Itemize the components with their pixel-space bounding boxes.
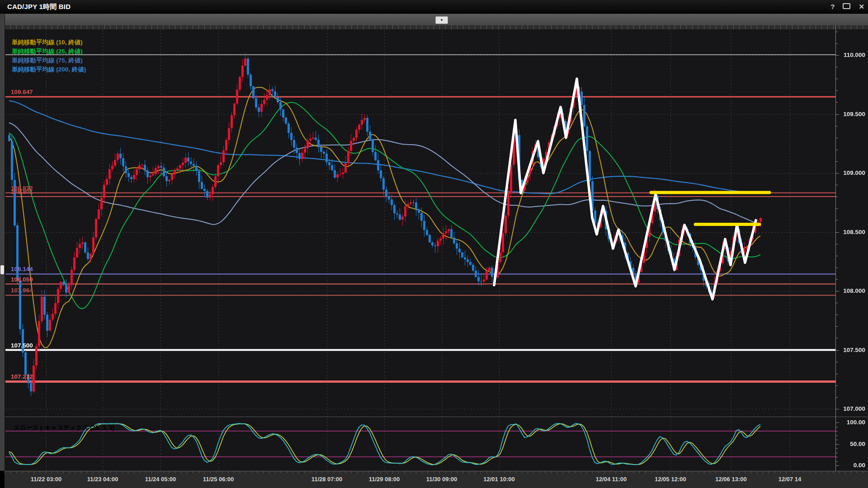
maximize-icon bbox=[843, 3, 850, 9]
level-price-label: 108.144 bbox=[11, 266, 33, 272]
level-price-label: 108.059 bbox=[11, 276, 33, 283]
level-price-label: 109.647 bbox=[11, 89, 33, 95]
x-axis-tick-label: 11/23 04:00 bbox=[71, 476, 134, 483]
x-axis-tick-label: 12/07 14 bbox=[758, 476, 821, 483]
title-bar[interactable]: CAD/JPY 1時間 BID ? ✕ bbox=[0, 0, 868, 14]
ma-legend-item: 単純移動平均線 (25, 終値) bbox=[12, 47, 86, 56]
y-axis-tick-label: 108.000 bbox=[838, 287, 865, 294]
x-axis-tick-label: 11/30 09:00 bbox=[410, 476, 473, 483]
x-axis-tick-label: 12/05 12:00 bbox=[639, 476, 702, 483]
stochastics-legend: スローストキャスティクス (25, 3, 3) bbox=[14, 424, 114, 432]
window-buttons: ? ✕ bbox=[830, 0, 864, 14]
x-axis-tick-label: 11/22 03:00 bbox=[14, 476, 78, 483]
level-price-label: 107.232 bbox=[11, 373, 33, 380]
toolbar-collapse-button[interactable]: ▼ bbox=[435, 16, 448, 24]
left-panel-strip bbox=[0, 14, 5, 471]
chart-toolbar: ▼ bbox=[5, 14, 868, 25]
x-axis-tick-label: 11/25 06:00 bbox=[187, 476, 250, 483]
ma-legend: 単純移動平均線 (10, 終値)単純移動平均線 (25, 終値)単純移動平均線 … bbox=[12, 38, 86, 74]
y-axis-tick-label: 107.500 bbox=[838, 347, 865, 353]
ma-legend-item: 単純移動平均線 (200, 終値) bbox=[12, 65, 86, 74]
y-axis-tick-label: 108.500 bbox=[838, 229, 865, 235]
x-axis-tick-label: 12/04 11:00 bbox=[580, 476, 643, 483]
window-title: CAD/JPY 1時間 BID bbox=[7, 3, 71, 11]
y-axis-tick-label: 107.000 bbox=[838, 405, 865, 412]
x-axis-tick-label: 12/01 10:00 bbox=[467, 476, 531, 483]
maximize-button[interactable] bbox=[843, 0, 850, 14]
x-axis-tick-label: 11/29 08:00 bbox=[353, 476, 416, 483]
ma-legend-item: 単純移動平均線 (10, 終値) bbox=[12, 38, 86, 47]
stoch-axis-tick-label: 50.00 bbox=[838, 441, 865, 447]
y-axis-tick-label: 109.500 bbox=[838, 111, 865, 117]
time-axis[interactable]: 11/22 03:0011/23 04:0011/24 05:0011/25 0… bbox=[5, 471, 868, 488]
x-axis-tick-label: 11/28 07:00 bbox=[295, 476, 359, 483]
ma-legend-item: 単純移動平均線 (75, 終値) bbox=[12, 56, 86, 65]
y-axis-tick-label: 109.000 bbox=[838, 169, 865, 176]
price-axis[interactable] bbox=[835, 29, 868, 471]
level-price-label: 108.801 bbox=[11, 188, 33, 195]
y-axis-tick-label: 110.000 bbox=[838, 52, 865, 58]
x-axis-tick-label: 11/24 05:00 bbox=[129, 476, 192, 483]
close-button[interactable]: ✕ bbox=[859, 0, 864, 14]
x-axis-tick-label: 12/06 13:00 bbox=[699, 476, 763, 483]
panel-expand-handle[interactable] bbox=[0, 265, 4, 274]
stoch-axis-tick-label: 100.00 bbox=[838, 419, 865, 426]
help-button[interactable]: ? bbox=[830, 0, 835, 14]
chart-canvas[interactable] bbox=[0, 0, 868, 488]
level-price-label: 107.964 bbox=[11, 287, 33, 294]
stoch-axis-tick-label: 0.00 bbox=[838, 462, 865, 469]
chevron-down-icon: ▼ bbox=[440, 18, 443, 22]
level-price-label: 107.500 bbox=[11, 342, 33, 349]
